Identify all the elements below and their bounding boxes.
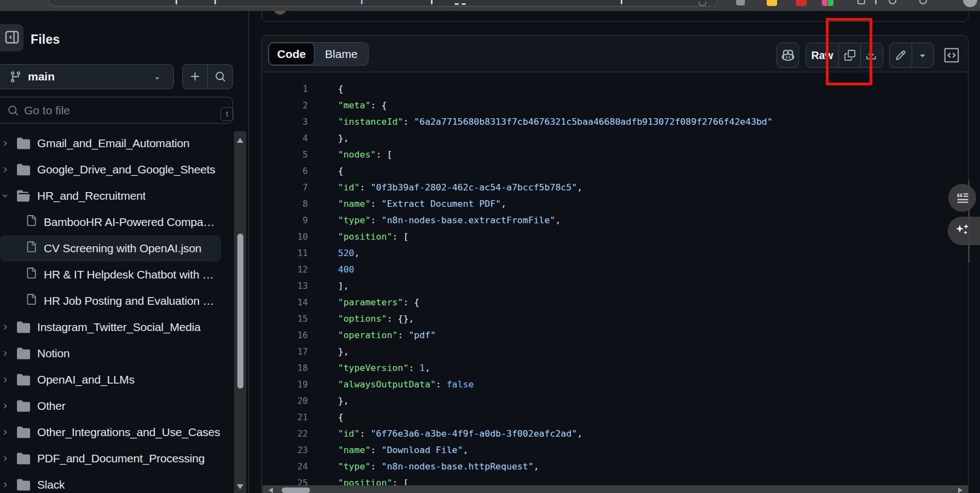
tree-item-slack[interactable]: Slack xyxy=(0,472,221,493)
line-number[interactable]: 19 xyxy=(262,376,308,393)
line-number[interactable]: 7 xyxy=(262,179,308,196)
code-line: 11520, xyxy=(262,245,968,262)
go-to-file-input[interactable]: Go to file t xyxy=(0,97,233,124)
horizontal-scrollbar-thumb[interactable] xyxy=(282,488,310,493)
line-number[interactable]: 6 xyxy=(262,163,308,179)
scroll-down-arrow-icon[interactable] xyxy=(237,484,243,489)
line-number[interactable]: 8 xyxy=(262,196,308,212)
download-button[interactable] xyxy=(860,43,882,67)
tree-item-other-integrations-and-use-cases[interactable]: Other_Integrations_and_Use_Cases xyxy=(0,419,221,445)
line-number[interactable]: 21 xyxy=(262,409,308,426)
collapse-sidebar-button[interactable] xyxy=(0,24,24,51)
line-number[interactable]: 24 xyxy=(262,459,308,475)
url-text-fragment xyxy=(176,0,177,4)
extension-icon[interactable] xyxy=(822,0,827,6)
tab-blame[interactable]: Blame xyxy=(314,43,368,65)
line-number[interactable]: 2 xyxy=(262,97,308,114)
url-text-fragment xyxy=(621,0,622,4)
file-view-toolbar: Code Blame Raw xyxy=(262,36,968,72)
code-line-content: "meta": { xyxy=(338,97,387,114)
line-number[interactable]: 16 xyxy=(262,327,308,344)
tree-item-label: Other_Integrations_and_Use_Cases xyxy=(37,426,220,439)
file-icon xyxy=(26,268,37,279)
sidebar-scrollbar-thumb[interactable] xyxy=(237,234,243,388)
tree-item-google-drive-and-google-sheets[interactable]: Google_Drive_and_Google_Sheets xyxy=(0,156,221,183)
code-line-content: "options": {}, xyxy=(338,311,414,327)
tree-item-bamboohr-ai-powered-compa[interactable]: BambooHR AI-Powered Compa… xyxy=(0,209,221,235)
branch-selector[interactable]: main xyxy=(0,64,174,89)
tree-item-notion[interactable]: Notion xyxy=(0,340,221,367)
copilot-button[interactable] xyxy=(777,43,799,68)
symbols-button[interactable] xyxy=(943,47,960,63)
copy-button[interactable] xyxy=(838,43,860,67)
line-number[interactable]: 3 xyxy=(262,114,308,130)
chevron-down-icon xyxy=(1,192,9,200)
add-file-button[interactable] xyxy=(183,65,207,89)
folder-icon xyxy=(17,373,30,386)
tree-item-gmail-and-email-automation[interactable]: Gmail_and_Email_Automation xyxy=(0,130,221,156)
extension-icon[interactable] xyxy=(828,0,833,6)
file-content-area: Code Blame Raw xyxy=(249,11,980,493)
raw-button[interactable]: Raw xyxy=(806,43,838,67)
tree-item-pdf-and-document-processing[interactable]: PDF_and_Document_Processing xyxy=(0,445,221,472)
code-line: 24"type": "n8n-nodes-base.httpRequest", xyxy=(262,459,968,475)
line-number[interactable]: 22 xyxy=(262,426,308,442)
tree-item-hr-it-helpdesk-chatbot-with[interactable]: HR & IT Helpdesk Chatbot with … xyxy=(0,262,221,288)
code-line: 3"instanceId": "6a2a7715680b8313f7cb4676… xyxy=(262,114,968,130)
chevron-right-icon xyxy=(1,166,9,173)
pencil-icon xyxy=(895,50,906,61)
browser-menu-icon[interactable] xyxy=(736,0,745,5)
scroll-right-arrow-icon[interactable] xyxy=(958,488,962,493)
tree-item-hr-job-posting-and-evaluation[interactable]: HR Job Posting and Evaluation … xyxy=(0,288,221,314)
line-number[interactable]: 10 xyxy=(262,229,308,245)
browser-icon[interactable] xyxy=(889,0,896,4)
code-line: 4}, xyxy=(262,130,968,147)
code-line: 21{ xyxy=(262,409,968,426)
code-line-content: { xyxy=(338,409,343,426)
scroll-left-arrow-icon[interactable] xyxy=(269,488,273,493)
line-number[interactable]: 4 xyxy=(262,130,308,147)
code-line: 23"name": "Download File", xyxy=(262,442,968,459)
line-number[interactable]: 1 xyxy=(262,81,308,97)
browser-profile-avatar[interactable] xyxy=(963,0,977,7)
line-number[interactable]: 12 xyxy=(262,262,308,278)
address-bar[interactable] xyxy=(48,0,718,7)
sidebar-scrollbar[interactable] xyxy=(234,131,246,493)
browser-icon[interactable] xyxy=(875,0,877,4)
tree-item-hr-and-recruitment[interactable]: HR_and_Recruitment xyxy=(0,183,221,209)
extension-icon[interactable] xyxy=(767,0,777,6)
code-horizontal-scrollbar[interactable] xyxy=(262,485,968,493)
line-number[interactable]: 20 xyxy=(262,393,308,409)
summarize-extension-button[interactable] xyxy=(948,184,976,212)
line-number[interactable]: 13 xyxy=(262,278,308,294)
edit-button-group xyxy=(889,43,934,68)
scroll-up-arrow-icon[interactable] xyxy=(237,138,243,143)
line-number[interactable]: 15 xyxy=(262,311,308,327)
browser-settings-icon[interactable] xyxy=(919,0,927,4)
line-number[interactable]: 9 xyxy=(262,212,308,229)
line-number[interactable]: 11 xyxy=(262,245,308,262)
tree-item-other[interactable]: Other xyxy=(0,393,221,419)
edit-button[interactable] xyxy=(890,43,912,67)
tab-code[interactable]: Code xyxy=(269,43,314,65)
line-number[interactable]: 18 xyxy=(262,360,308,376)
line-number[interactable]: 5 xyxy=(262,147,308,163)
bookmark-star-icon[interactable] xyxy=(699,2,706,5)
ai-assistant-extension-button[interactable] xyxy=(948,217,980,245)
tree-item-openai-and-llms[interactable]: OpenAI_and_LLMs xyxy=(0,367,221,393)
extension-icon[interactable] xyxy=(796,0,807,6)
tree-item-label: Google_Drive_and_Google_Sheets xyxy=(37,163,215,176)
tree-item-instagram-twitter-social-media[interactable]: Instagram_Twitter_Social_Media xyxy=(0,314,221,340)
tree-item-cv-screening-with-openai-json[interactable]: CV Screening with OpenAI.json xyxy=(0,235,221,262)
line-number[interactable]: 17 xyxy=(262,344,308,360)
edit-dropdown-button[interactable] xyxy=(912,43,933,67)
line-number[interactable]: 14 xyxy=(262,294,308,311)
files-heading: Files xyxy=(31,32,60,47)
code-line-content: { xyxy=(338,163,343,179)
line-number[interactable]: 23 xyxy=(262,442,308,459)
extension-icon[interactable] xyxy=(858,0,865,4)
triangle-down-icon xyxy=(917,50,928,61)
search-tree-button[interactable] xyxy=(207,65,232,89)
screen: Files main xyxy=(0,0,980,493)
code-line: 16"operation": "pdf" xyxy=(262,327,968,344)
